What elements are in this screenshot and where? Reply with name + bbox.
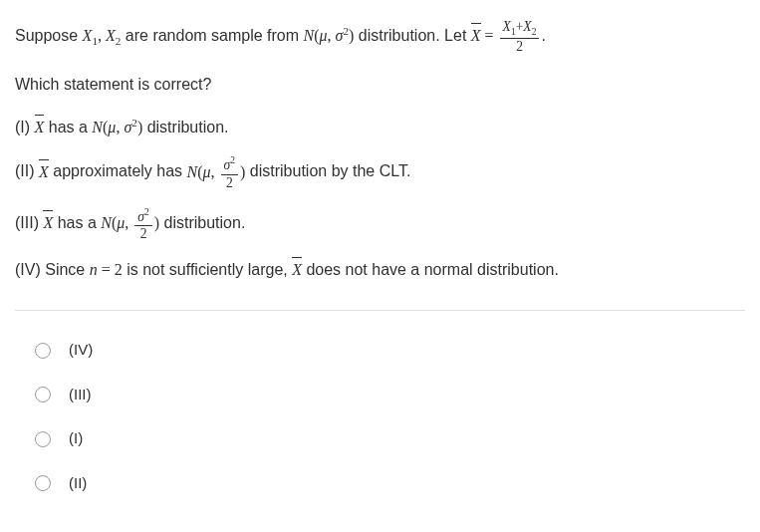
option-label: (III) [69,384,92,406]
option-iv[interactable]: (IV) [15,331,745,370]
option-label: (II) [69,472,87,495]
statement-4: (IV) Since n = 2 is not sufficiently lar… [15,258,745,282]
option-label: (I) [69,427,83,450]
option-ii[interactable]: (II) [15,464,745,503]
question-asking: Which statement is correct? [15,73,745,97]
question-intro: Suppose X1, X2 are random sample from N(… [15,20,745,55]
radio-icon [35,431,51,447]
radio-icon [35,387,51,402]
divider [15,310,745,311]
option-label: (IV) [69,339,93,362]
statement-2: (II) X approximately has N(μ, σ22) distr… [15,155,745,190]
radio-icon [35,475,51,491]
option-i[interactable]: (I) [15,419,745,458]
radio-icon [35,343,51,359]
option-iii[interactable]: (III) [15,376,745,414]
statement-3: (III) X has a N(μ, σ22) distribution. [15,207,745,242]
statement-1: (I) X has a N(μ, σ2) distribution. [15,115,745,139]
